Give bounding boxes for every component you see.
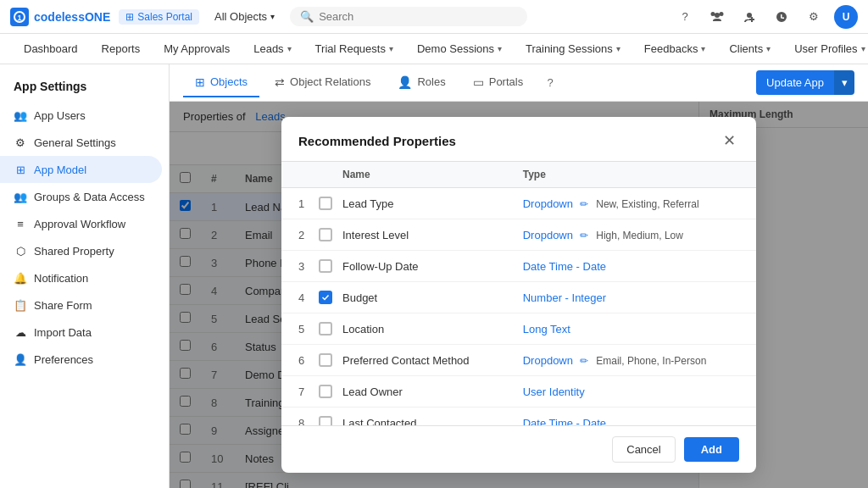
modal-row-checkbox-area[interactable]	[319, 322, 342, 336]
checkbox-unchecked[interactable]	[319, 385, 332, 398]
modal-row-checkbox-area[interactable]	[319, 291, 342, 304]
second-nav: Dashboard Reports My Approvals Leads▾ Tr…	[0, 34, 868, 64]
modal-row-checkbox-area[interactable]	[319, 197, 342, 210]
nav-demo-sessions[interactable]: Demo Sessions▾	[407, 37, 512, 60]
modal-close-button[interactable]: ✕	[719, 130, 739, 151]
modal-col-name: Name	[342, 169, 523, 180]
tab-portals[interactable]: ▭ Portals	[461, 69, 535, 97]
modal-row: 1 Lead Type Dropdown ✏ New, Existing, Re…	[281, 188, 756, 219]
users-icon[interactable]	[705, 5, 729, 29]
object-selector[interactable]: All Objects ▾	[208, 7, 281, 26]
sidebar-item-preferences[interactable]: 👤 Preferences	[0, 346, 169, 373]
modal-row-checkbox-area[interactable]	[319, 259, 342, 273]
checkbox-unchecked[interactable]	[319, 228, 332, 241]
type-link[interactable]: Long Text	[523, 323, 570, 336]
help-icon[interactable]: ?	[538, 71, 562, 95]
type-link[interactable]: Date Time - Date	[523, 260, 606, 273]
modal-row-type: Dropdown ✏ Email, Phone, In-Person	[523, 354, 739, 367]
tab-roles[interactable]: 👤 Roles	[386, 69, 457, 97]
history-icon[interactable]	[770, 5, 793, 29]
main-content: ⊞ Objects ⇄ Object Relations 👤 Roles ▭ P…	[170, 64, 868, 488]
modal-row-num: 8	[298, 417, 319, 426]
chevron-down-icon: ▾	[766, 44, 771, 53]
update-app-button-group: Update App ▾	[756, 70, 854, 95]
nav-training-sessions[interactable]: Training Sessions▾	[515, 37, 631, 60]
sidebar-item-shared-property[interactable]: ⬡ Shared Property	[0, 237, 169, 264]
type-link[interactable]: Dropdown	[523, 229, 573, 241]
modal-col-headers: Name Type	[281, 162, 756, 188]
gear-icon: ⚙	[14, 136, 27, 149]
nav-trial-requests[interactable]: Trial Requests▾	[305, 37, 403, 60]
sidebar-item-approval-workflow[interactable]: ≡ Approval Workflow	[0, 210, 169, 237]
modal-row-type: Long Text	[523, 323, 739, 336]
tab-objects[interactable]: ⊞ Objects	[183, 69, 259, 97]
update-app-button[interactable]: Update App	[756, 70, 834, 95]
nav-my-approvals[interactable]: My Approvals	[153, 37, 240, 60]
top-nav: 1 codelessONE ⊞ Sales Portal All Objects…	[0, 0, 868, 34]
tab-object-relations[interactable]: ⇄ Object Relations	[263, 69, 382, 97]
help-icon[interactable]: ?	[673, 5, 697, 29]
search-icon: 🔍	[300, 10, 314, 23]
app-badge-label: Sales Portal	[137, 11, 192, 23]
relations-icon: ⇄	[275, 75, 285, 89]
modal-row-type: Dropdown ✏ High, Medium, Low	[523, 229, 739, 241]
type-link[interactable]: Dropdown	[523, 354, 573, 367]
type-link[interactable]: User Identity	[523, 385, 585, 398]
add-button[interactable]: Add	[684, 437, 739, 462]
modal-row-checkbox-area[interactable]	[319, 353, 342, 367]
modal-row: 5 Location Long Text	[281, 313, 756, 345]
nav-clients[interactable]: Clients▾	[719, 37, 781, 60]
checkbox-unchecked[interactable]	[319, 416, 332, 425]
sidebar-item-groups-data-access[interactable]: 👥 Groups & Data Access	[0, 183, 169, 210]
avatar[interactable]: U	[834, 5, 858, 29]
type-link[interactable]: Number - Integer	[523, 291, 606, 304]
type-link[interactable]: Dropdown	[523, 197, 573, 210]
sidebar-item-notification[interactable]: 🔔 Notification	[0, 264, 169, 291]
person-icon: 👤	[14, 352, 27, 366]
nav-leads[interactable]: Leads▾	[243, 37, 301, 60]
svg-text:1: 1	[17, 14, 21, 22]
checkbox-unchecked[interactable]	[319, 259, 332, 273]
chevron-down-icon: ▾	[498, 44, 502, 53]
modal-row-checkbox-area[interactable]	[319, 385, 342, 398]
nav-icons: ? ⚙ U	[673, 5, 858, 29]
modal-row-checkbox-area[interactable]	[319, 416, 342, 425]
edit-icon[interactable]: ✏	[580, 355, 588, 367]
cube-icon: ⊞	[14, 163, 27, 176]
checkbox-unchecked[interactable]	[319, 322, 332, 336]
search-bar[interactable]: 🔍	[290, 7, 527, 26]
search-input[interactable]	[319, 10, 517, 23]
checkbox-unchecked[interactable]	[319, 353, 332, 367]
logo-icon: 1	[10, 8, 29, 26]
app-badge[interactable]: ⊞ Sales Portal	[119, 9, 199, 25]
users-icon: 👥	[14, 108, 27, 122]
checkbox-unchecked[interactable]	[319, 197, 332, 210]
portals-icon: ▭	[473, 75, 484, 89]
sidebar-item-import-data[interactable]: ☁ Import Data	[0, 319, 169, 346]
modal-row-num: 2	[298, 229, 319, 241]
modal-row-checkbox-area[interactable]	[319, 228, 342, 241]
checkbox-checked[interactable]	[319, 291, 332, 304]
edit-icon[interactable]: ✏	[580, 230, 588, 241]
nav-dashboard[interactable]: Dashboard	[14, 37, 88, 60]
nav-user-profiles[interactable]: User Profiles▾	[784, 37, 868, 60]
sidebar-item-share-form[interactable]: 📋 Share Form	[0, 291, 169, 319]
sidebar-item-app-users[interactable]: 👥 App Users	[0, 102, 169, 129]
settings-icon[interactable]: ⚙	[802, 5, 826, 29]
edit-icon[interactable]: ✏	[580, 198, 588, 210]
add-user-icon[interactable]	[737, 5, 761, 29]
modal-row: 3 Follow-Up Date Date Time - Date	[281, 251, 756, 282]
nav-feedbacks[interactable]: Feedbacks▾	[634, 37, 716, 60]
modal-overlay[interactable]: Recommended Properties ✕ Name Type 1 Lea…	[170, 102, 868, 488]
chevron-down-icon: ▾	[701, 44, 705, 53]
update-app-dropdown-button[interactable]: ▾	[834, 70, 854, 95]
sidebar-item-app-model[interactable]: ⊞ App Model	[0, 156, 162, 183]
type-link[interactable]: Date Time - Date	[523, 417, 606, 426]
type-desc: New, Existing, Referral	[596, 198, 698, 210]
modal-row-num: 4	[298, 291, 319, 304]
nav-reports[interactable]: Reports	[92, 37, 151, 60]
modal-row-type: Date Time - Date	[523, 417, 739, 426]
cancel-button[interactable]: Cancel	[612, 436, 675, 463]
modal-row-name: Budget	[342, 291, 523, 304]
sidebar-item-general-settings[interactable]: ⚙ General Settings	[0, 129, 169, 156]
